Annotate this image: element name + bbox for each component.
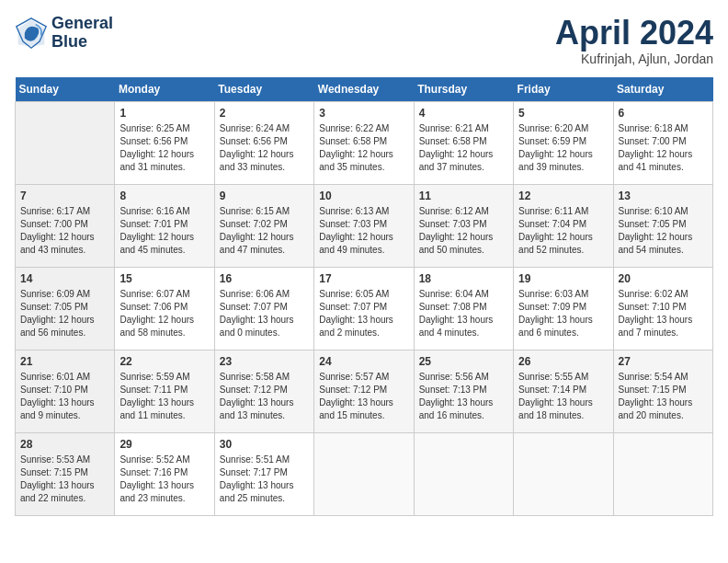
logo: General Blue [15,15,113,52]
calendar-cell: 18Sunrise: 6:04 AM Sunset: 7:08 PM Dayli… [414,267,513,350]
weekday-header-wednesday: Wednesday [314,77,414,102]
calendar-cell: 9Sunrise: 6:15 AM Sunset: 7:02 PM Daylig… [214,184,313,267]
day-number: 21 [20,354,109,370]
calendar-week-5: 28Sunrise: 5:53 AM Sunset: 7:15 PM Dayli… [16,432,713,515]
day-info: Sunrise: 6:01 AM Sunset: 7:10 PM Dayligh… [20,371,109,422]
day-number: 22 [119,354,209,370]
calendar-cell: 11Sunrise: 6:12 AM Sunset: 7:03 PM Dayli… [414,184,513,267]
weekday-header-tuesday: Tuesday [214,77,313,102]
calendar-cell [613,432,712,515]
day-info: Sunrise: 6:06 AM Sunset: 7:07 PM Dayligh… [220,288,309,339]
day-info: Sunrise: 6:05 AM Sunset: 7:07 PM Dayligh… [319,288,408,339]
day-number: 29 [119,437,209,453]
calendar-cell: 24Sunrise: 5:57 AM Sunset: 7:12 PM Dayli… [314,350,414,432]
day-info: Sunrise: 6:07 AM Sunset: 7:06 PM Dayligh… [119,288,209,339]
day-number: 7 [20,189,109,204]
day-info: Sunrise: 6:12 AM Sunset: 7:03 PM Dayligh… [419,205,508,257]
calendar-cell: 12Sunrise: 6:11 AM Sunset: 7:04 PM Dayli… [514,184,613,267]
day-info: Sunrise: 6:18 AM Sunset: 7:00 PM Dayligh… [619,122,708,174]
day-number: 10 [319,189,408,204]
day-number: 27 [619,354,708,370]
calendar-week-2: 7Sunrise: 6:17 AM Sunset: 7:00 PM Daylig… [16,184,713,267]
weekday-header-row: SundayMondayTuesdayWednesdayThursdayFrid… [16,77,713,102]
day-info: Sunrise: 5:54 AM Sunset: 7:15 PM Dayligh… [619,371,708,422]
calendar-cell: 6Sunrise: 6:18 AM Sunset: 7:00 PM Daylig… [613,101,712,184]
day-number: 18 [419,271,508,287]
day-info: Sunrise: 6:22 AM Sunset: 6:58 PM Dayligh… [319,122,408,174]
day-info: Sunrise: 5:53 AM Sunset: 7:15 PM Dayligh… [20,454,109,505]
calendar-week-4: 21Sunrise: 6:01 AM Sunset: 7:10 PM Dayli… [16,350,713,432]
location: Kufrinjah, Ajlun, Jordan [555,52,713,66]
day-info: Sunrise: 5:59 AM Sunset: 7:11 PM Dayligh… [119,371,209,422]
calendar-cell: 16Sunrise: 6:06 AM Sunset: 7:07 PM Dayli… [214,267,313,350]
day-info: Sunrise: 5:57 AM Sunset: 7:12 PM Dayligh… [319,371,408,422]
day-number: 3 [319,106,408,121]
calendar-cell: 22Sunrise: 5:59 AM Sunset: 7:11 PM Dayli… [115,350,214,432]
calendar-cell: 2Sunrise: 6:24 AM Sunset: 6:56 PM Daylig… [214,101,313,184]
calendar-cell: 15Sunrise: 6:07 AM Sunset: 7:06 PM Dayli… [115,267,214,350]
day-number: 19 [518,271,608,287]
calendar-week-3: 14Sunrise: 6:09 AM Sunset: 7:05 PM Dayli… [16,267,713,350]
calendar-cell [414,432,513,515]
weekday-header-saturday: Saturday [613,77,712,102]
day-info: Sunrise: 5:51 AM Sunset: 7:17 PM Dayligh… [220,454,309,505]
day-number: 24 [319,354,408,370]
calendar-cell: 5Sunrise: 6:20 AM Sunset: 6:59 PM Daylig… [514,101,613,184]
calendar-cell: 17Sunrise: 6:05 AM Sunset: 7:07 PM Dayli… [314,267,414,350]
calendar-cell: 20Sunrise: 6:02 AM Sunset: 7:10 PM Dayli… [613,267,712,350]
day-info: Sunrise: 5:58 AM Sunset: 7:12 PM Dayligh… [220,371,309,422]
month-title: April 2024 [555,15,713,52]
day-info: Sunrise: 6:11 AM Sunset: 7:04 PM Dayligh… [518,205,608,257]
logo-text: General Blue [51,15,113,52]
calendar-cell: 23Sunrise: 5:58 AM Sunset: 7:12 PM Dayli… [214,350,313,432]
calendar-cell [16,101,115,184]
day-number: 1 [119,106,209,121]
day-info: Sunrise: 6:17 AM Sunset: 7:00 PM Dayligh… [20,205,109,257]
day-info: Sunrise: 6:09 AM Sunset: 7:05 PM Dayligh… [20,288,109,339]
calendar-cell [514,432,613,515]
page-header: General Blue April 2024 Kufrinjah, Ajlun… [15,15,713,66]
day-info: Sunrise: 5:56 AM Sunset: 7:13 PM Dayligh… [419,371,508,422]
calendar-cell: 25Sunrise: 5:56 AM Sunset: 7:13 PM Dayli… [414,350,513,432]
calendar-cell: 26Sunrise: 5:55 AM Sunset: 7:14 PM Dayli… [514,350,613,432]
calendar-cell: 14Sunrise: 6:09 AM Sunset: 7:05 PM Dayli… [16,267,115,350]
weekday-header-sunday: Sunday [16,77,115,102]
calendar-cell [314,432,414,515]
day-info: Sunrise: 6:25 AM Sunset: 6:56 PM Dayligh… [119,122,209,174]
calendar-cell: 13Sunrise: 6:10 AM Sunset: 7:05 PM Dayli… [613,184,712,267]
day-number: 8 [119,189,209,204]
day-number: 14 [20,271,109,287]
day-info: Sunrise: 6:15 AM Sunset: 7:02 PM Dayligh… [220,205,309,257]
day-number: 20 [619,271,708,287]
calendar-cell: 30Sunrise: 5:51 AM Sunset: 7:17 PM Dayli… [214,432,313,515]
calendar-cell: 1Sunrise: 6:25 AM Sunset: 6:56 PM Daylig… [115,101,214,184]
day-number: 13 [619,189,708,204]
calendar-body: 1Sunrise: 6:25 AM Sunset: 6:56 PM Daylig… [16,101,713,515]
day-number: 9 [220,189,309,204]
calendar-cell: 29Sunrise: 5:52 AM Sunset: 7:16 PM Dayli… [115,432,214,515]
calendar-cell: 28Sunrise: 5:53 AM Sunset: 7:15 PM Dayli… [16,432,115,515]
day-number: 6 [619,106,708,121]
calendar-week-1: 1Sunrise: 6:25 AM Sunset: 6:56 PM Daylig… [16,101,713,184]
day-info: Sunrise: 5:55 AM Sunset: 7:14 PM Dayligh… [518,371,608,422]
day-number: 12 [518,189,608,204]
weekday-header-monday: Monday [115,77,214,102]
calendar-cell: 4Sunrise: 6:21 AM Sunset: 6:58 PM Daylig… [414,101,513,184]
weekday-header-friday: Friday [514,77,613,102]
logo-icon [15,17,48,50]
day-info: Sunrise: 6:03 AM Sunset: 7:09 PM Dayligh… [518,288,608,339]
title-block: April 2024 Kufrinjah, Ajlun, Jordan [555,15,713,66]
day-number: 4 [419,106,508,121]
day-number: 2 [220,106,309,121]
day-number: 23 [220,354,309,370]
day-number: 28 [20,437,109,453]
day-info: Sunrise: 5:52 AM Sunset: 7:16 PM Dayligh… [119,454,209,505]
day-info: Sunrise: 6:21 AM Sunset: 6:58 PM Dayligh… [419,122,508,174]
day-number: 30 [220,437,309,453]
calendar-cell: 27Sunrise: 5:54 AM Sunset: 7:15 PM Dayli… [613,350,712,432]
day-info: Sunrise: 6:10 AM Sunset: 7:05 PM Dayligh… [619,205,708,257]
day-info: Sunrise: 6:13 AM Sunset: 7:03 PM Dayligh… [319,205,408,257]
day-info: Sunrise: 6:24 AM Sunset: 6:56 PM Dayligh… [220,122,309,174]
day-info: Sunrise: 6:04 AM Sunset: 7:08 PM Dayligh… [419,288,508,339]
calendar-cell: 10Sunrise: 6:13 AM Sunset: 7:03 PM Dayli… [314,184,414,267]
